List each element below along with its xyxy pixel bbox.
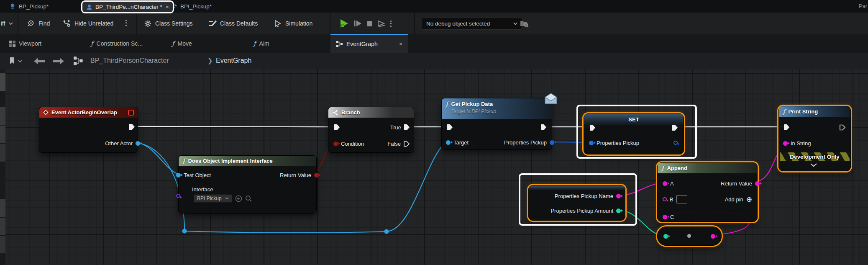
exec-in-pin[interactable] (334, 124, 340, 130)
append-b-pin[interactable] (663, 197, 667, 201)
diff-button-cropped[interactable]: iff (1, 13, 13, 34)
toolbar-separator (136, 13, 137, 34)
tab-move[interactable]: ƒ Move (172, 34, 192, 53)
tab-label: Move (178, 40, 192, 47)
eventgraph-icon (336, 41, 343, 47)
breadcrumb-root[interactable]: BP_ThirdPersonCharacter (90, 57, 169, 64)
node-branch[interactable]: Branch Condition True False (328, 107, 414, 153)
exec-out-pin[interactable] (129, 124, 135, 130)
node-header (529, 185, 625, 190)
properties-pickup-in-pin[interactable] (589, 141, 594, 145)
in-string-pin[interactable] (783, 141, 788, 146)
hide-unrelated-button[interactable]: Hide Unrelated (63, 13, 113, 34)
node-set-properties-pickup[interactable]: SET Properties Pickup (584, 113, 684, 154)
node-header: Event ActorBeginOverlap (39, 107, 138, 118)
pin-label: Test Object (184, 172, 211, 178)
simulation-button[interactable]: Simulation (274, 13, 312, 34)
properties-pickup-out-pin[interactable] (550, 140, 554, 145)
node-get-properties-pickup-split[interactable]: Properties Pickup Name Properties Pickup… (528, 185, 625, 221)
node-header: ƒ Get Pickup Data Target is BPI Pickup (442, 98, 552, 119)
tab-viewport[interactable]: Viewport (9, 34, 41, 53)
expand-node-chevron-icon[interactable] (810, 163, 817, 167)
pin-label: In String (791, 140, 811, 147)
stop-button[interactable] (366, 21, 373, 27)
back-arrow-icon[interactable] (33, 57, 45, 65)
node-print-string[interactable]: ƒ Print String In String Development Onl… (778, 106, 851, 171)
node-to-string-converter[interactable] (657, 226, 722, 246)
append-return-value-pin[interactable] (755, 181, 760, 186)
tab-bpi-pickup[interactable]: BPI_Pickup* (171, 0, 212, 13)
condition-pin[interactable] (333, 142, 338, 146)
class-defaults-label: Class Defaults (220, 20, 258, 27)
play-options-kebab[interactable] (390, 21, 392, 27)
target-pin[interactable] (446, 140, 451, 145)
node-event-actorbeginoverlap[interactable]: Event ActorBeginOverlap Other Actor (39, 107, 138, 153)
class-defaults-button[interactable]: Class Defaults (208, 13, 258, 34)
tab-bp-thirdpersoncharacter-active[interactable]: BP_ThirdPe...nCharacter * × (81, 0, 174, 13)
function-icon: ƒ (253, 40, 256, 47)
node-append[interactable]: ƒ Append A Return Value B Add pin ⊕ C (657, 162, 758, 222)
use-selected-asset-icon[interactable] (235, 195, 242, 202)
tab-bp-pickup[interactable]: BP_Pickup* (9, 0, 49, 13)
pin-label: B (670, 196, 673, 203)
tab-label: Construction Sc... (97, 40, 143, 47)
node-title: Get Pickup Data (451, 100, 496, 108)
breadcrumb-leaf[interactable]: EventGraph (216, 57, 251, 64)
pin-label: Properties Pickup (504, 139, 547, 146)
play-button[interactable] (339, 18, 350, 28)
banner-label: Development Only (790, 154, 840, 160)
forward-arrow-icon[interactable] (53, 57, 64, 65)
converter-in-pin[interactable] (663, 234, 668, 239)
interface-pin[interactable] (176, 194, 180, 198)
b-default-value-input[interactable] (676, 195, 687, 203)
browse-asset-icon[interactable] (245, 195, 252, 202)
add-pin-icon[interactable]: ⊕ (746, 195, 752, 204)
bookmark-icon[interactable] (9, 57, 15, 65)
parent-class-text-truncated: Par (859, 3, 867, 9)
frame-skip-button[interactable] (354, 20, 362, 27)
append-a-pin[interactable] (663, 181, 667, 186)
tab-close-icon[interactable]: × (166, 4, 169, 10)
pin-label: Interface (192, 186, 213, 193)
exec-in-pin[interactable] (590, 125, 595, 131)
pin-label: A (670, 180, 674, 187)
node-title: Event ActorBeginOverlap (51, 109, 117, 116)
debug-object-dropdown[interactable]: No debug object selected (422, 17, 522, 30)
collapsed-left-panel-edge[interactable] (0, 69, 5, 265)
node-get-pickup-data[interactable]: ƒ Get Pickup Data Target is BPI Pickup T… (441, 98, 552, 150)
tab-label: BP_ThirdPe...nCharacter * (95, 4, 162, 10)
bookmark-chevron-icon[interactable] (18, 60, 22, 63)
tab-construction-script[interactable]: ƒ Construction Sc... (91, 34, 143, 53)
class-settings-button[interactable]: Class Settings (144, 13, 192, 34)
node-header: ƒ Print String (779, 106, 850, 117)
development-only-banner: Development Only (780, 152, 850, 161)
exec-in-pin[interactable] (784, 124, 789, 130)
test-object-pin[interactable] (176, 173, 181, 178)
exec-out-pin[interactable] (840, 124, 845, 131)
converter-out-pin[interactable] (711, 234, 715, 239)
node-does-object-implement-interface[interactable]: ƒ Does Object Implement Interface Test O… (178, 155, 317, 214)
find-button[interactable]: Find (28, 13, 50, 34)
graph-icon (74, 57, 83, 66)
exec-out-pin[interactable] (541, 124, 546, 130)
exec-in-pin[interactable] (447, 124, 453, 130)
interface-class-dropdown[interactable]: BPI Pickup (194, 194, 232, 203)
hide-unrelated-label: Hide Unrelated (74, 20, 113, 27)
properties-pickup-out-pin[interactable] (673, 141, 678, 145)
exec-out-pin[interactable] (672, 125, 678, 131)
tab-eventgraph-active[interactable]: EventGraph × (330, 34, 408, 53)
properties-pickup-amount-pin[interactable] (616, 208, 621, 213)
hide-unrelated-options-kebab[interactable] (125, 20, 127, 26)
true-exec-pin[interactable] (404, 124, 410, 130)
eject-button[interactable] (377, 20, 386, 28)
tab-aim[interactable]: ƒ Aim (253, 34, 269, 53)
browse-debug-icon[interactable] (520, 19, 529, 28)
properties-pickup-name-pin[interactable] (616, 194, 621, 198)
return-value-pin[interactable] (314, 173, 319, 178)
other-actor-pin[interactable] (136, 141, 140, 146)
converter-dot-icon (687, 234, 691, 238)
false-exec-pin[interactable] (404, 141, 410, 147)
output-delegate-pin[interactable] (128, 110, 134, 116)
append-c-pin[interactable] (663, 215, 667, 219)
tab-close-icon[interactable]: × (399, 41, 402, 47)
